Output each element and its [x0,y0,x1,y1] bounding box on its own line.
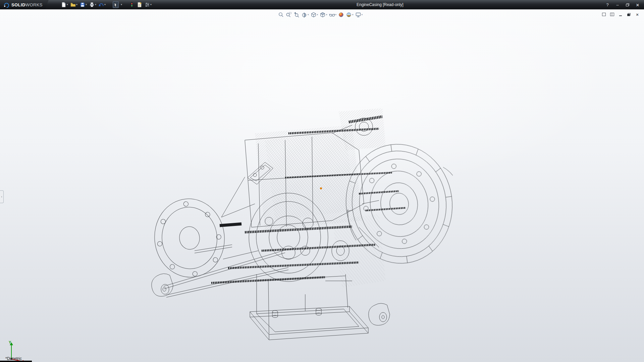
apply-scene-button[interactable]: ▾ [345,11,354,18]
apply-scene-icon [346,12,352,18]
view-orientation-button[interactable]: ▾ [310,11,318,18]
new-document-button[interactable]: ▾ [61,1,68,8]
dropdown-caret-icon[interactable]: ▾ [104,3,106,6]
document-window-controls: × [601,12,640,17]
cascade-window-icon [610,13,614,16]
dropdown-caret-icon[interactable]: ▾ [76,3,77,6]
restore-icon [626,3,629,6]
minimize-button[interactable]: – [613,1,622,8]
dropdown-caret-icon[interactable]: ▾ [362,13,363,16]
undo-button[interactable]: ▾ [98,1,106,8]
display-style-button[interactable]: ▾ [319,11,328,18]
dropdown-caret-icon[interactable]: ▾ [67,3,68,6]
doc-close-button[interactable]: × [635,12,640,17]
dropdown-caret-icon[interactable]: ▾ [150,3,152,6]
options-icon [145,2,150,7]
select-icon [113,2,118,7]
app-name-light: WORKS [25,2,43,7]
view-orientation-icon [310,12,316,18]
dropdown-caret-icon[interactable]: ▾ [335,13,337,16]
file-properties-button[interactable] [137,1,143,8]
dropdown-caret-icon[interactable]: ▾ [121,3,122,6]
dropdown-caret-icon[interactable]: ▾ [95,3,96,6]
save-button[interactable]: ▾ [79,1,87,8]
section-view-button[interactable]: ▾ [301,11,309,18]
doc-minimize-button[interactable] [618,12,623,17]
help-button[interactable]: ? [603,1,612,8]
select-button[interactable] [113,1,119,8]
print-button[interactable]: ▾ [89,1,97,8]
featuremanager-collapsed-tab[interactable]: ‹ [0,190,4,203]
open-document-icon [70,2,76,7]
window-title: EngineCasing [Read-only] [357,2,403,7]
tile-window-icon [602,13,606,16]
zoom-to-fit-button[interactable] [278,11,284,18]
zoom-to-fit-icon [278,12,284,18]
hide-show-items-button[interactable]: ▾ [329,11,337,18]
edit-appearance-icon [338,12,344,18]
open-document-button[interactable]: ▾ [70,1,78,8]
section-view-icon [301,12,307,18]
screen-edge-artifact [0,361,32,362]
close-button[interactable]: × [633,1,642,8]
main-toolbar: ▾ ▾ ▾ [61,1,152,8]
rebuild-icon [129,2,135,7]
heads-up-view-toolbar: ▾ ▾ ▾ [278,11,363,18]
hide-show-items-icon [329,12,335,18]
dropdown-caret-icon[interactable]: ▾ [86,3,87,6]
file-toolbar-group: ▾ ▾ ▾ [61,1,106,8]
previous-view-button[interactable] [293,11,300,18]
cascade-window-button[interactable] [609,12,615,17]
options-button[interactable]: ▾ [144,1,152,8]
tile-window-button[interactable] [601,12,606,17]
window-controls: ? – × [603,0,642,9]
dropdown-caret-icon[interactable]: ▾ [352,13,354,16]
save-icon [80,2,85,7]
view-settings-icon [355,12,361,18]
display-style-icon [320,12,326,18]
highlight-marker [320,187,322,189]
dropdown-caret-icon[interactable]: ▾ [326,13,327,16]
undo-icon [99,2,104,7]
doc-restore-button[interactable] [626,12,632,17]
dropdown-caret-icon[interactable]: ▾ [317,13,318,16]
tools-toolbar-group: ▾ [129,1,152,8]
view-settings-button[interactable]: ▾ [355,11,363,18]
app-name: SOLIDWORKS [11,2,43,7]
dropdown-caret-icon[interactable]: ▾ [308,13,309,16]
app-logo: SOLIDWORKS [0,0,49,9]
axis-y-label: Y [9,340,11,344]
zoom-to-area-icon [286,12,292,18]
app-name-bold: SOLID [11,2,25,7]
doc-minimize-icon [619,15,622,16]
new-document-icon [61,2,66,7]
titlebar: SOLIDWORKS ▾ ▾ [0,0,644,9]
rebuild-button[interactable] [129,1,135,8]
viewport-canvas[interactable]: ▾ ▾ ▾ [0,9,644,362]
previous-view-icon [293,12,300,18]
restore-button[interactable] [623,1,632,8]
view-orientation-label: *Dimetric [5,356,22,361]
edit-appearance-button[interactable] [338,11,344,18]
zoom-to-area-button[interactable] [285,11,292,18]
engine-casing-wireframe-model [144,93,453,355]
select-toolbar-group: ▾ [113,1,122,8]
file-properties-icon [137,2,142,7]
print-icon [89,2,95,7]
doc-restore-icon [627,13,631,16]
dassault-systemes-logo-icon [3,2,9,8]
